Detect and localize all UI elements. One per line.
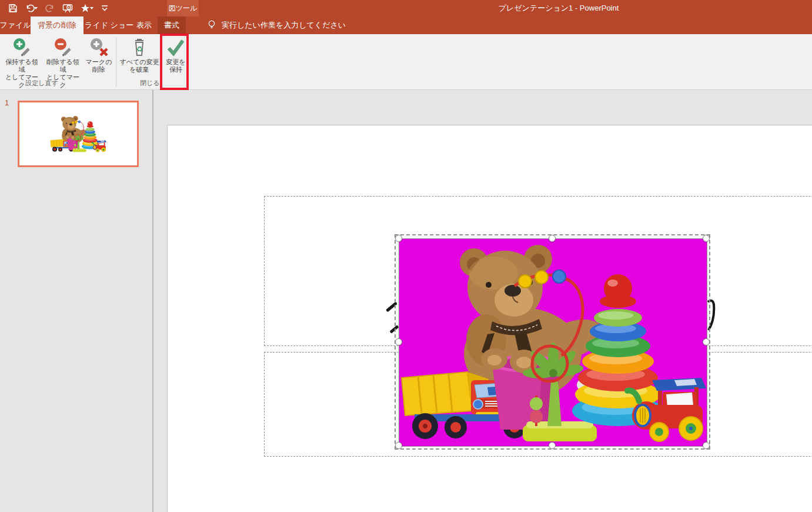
button-label: 保持する領域 xyxy=(2,58,41,74)
discard-all-changes-button[interactable]: ♻ すべての変更 を破棄 xyxy=(119,36,160,74)
slide-surface[interactable] xyxy=(167,125,812,512)
tab-file[interactable]: ファイル xyxy=(0,16,31,34)
resize-handle-middle-right[interactable] xyxy=(703,338,710,345)
resize-handle-bottom-center[interactable] xyxy=(549,442,556,449)
resize-handle-top-center[interactable] xyxy=(549,235,556,242)
delete-mark-button[interactable]: マークの 削除 xyxy=(85,36,113,74)
keep-changes-check-icon xyxy=(162,36,189,57)
group-label-refine: 設定し直す xyxy=(22,79,61,88)
tab-slideshow[interactable]: スライド ショー xyxy=(83,16,127,34)
discard-changes-icon: ♻ xyxy=(119,36,160,57)
customize-quick-access-icon[interactable] xyxy=(101,4,108,12)
keep-changes-button[interactable]: 変更を 保持 xyxy=(162,36,189,74)
slide-thumbnail-panel: 1 xyxy=(0,90,152,512)
picture-tools-label: 図ツール xyxy=(169,4,198,14)
redo-icon[interactable] xyxy=(45,4,55,13)
editing-canvas xyxy=(153,90,812,512)
button-label: 削除する領域 xyxy=(44,58,82,74)
star-icon[interactable] xyxy=(81,4,93,13)
lightbulb-icon xyxy=(207,19,216,32)
slide-1-thumbnail[interactable] xyxy=(18,101,139,167)
group-label-close: 閉じる xyxy=(131,79,169,88)
button-label: 保持 xyxy=(162,66,189,74)
resize-handle-bottom-left[interactable] xyxy=(395,442,402,449)
picture-tools-contextual-header: 図ツール xyxy=(167,0,199,16)
resize-handle-top-right[interactable] xyxy=(703,235,710,242)
resize-handle-top-left[interactable] xyxy=(395,235,402,242)
toys-photo xyxy=(399,239,707,446)
svg-text:♻: ♻ xyxy=(136,45,143,54)
title-bar: 図ツール プレゼンテーション1 - PowerPoint xyxy=(0,0,812,16)
thumbnail-toys-image xyxy=(50,115,106,153)
button-label: 削除 xyxy=(85,66,113,74)
ribbon-group-separator xyxy=(116,36,116,87)
undo-icon[interactable] xyxy=(25,4,38,13)
ribbon: 保持する領域 としてマーク 削除する領域 としてマーク xyxy=(0,34,812,90)
delete-mark-icon xyxy=(85,36,113,57)
quick-access-toolbar xyxy=(8,0,108,16)
button-label: 変更を xyxy=(162,58,189,66)
tell-me-label: 実行したい作業を入力してください xyxy=(222,20,346,31)
tab-view[interactable]: 表示 xyxy=(131,16,158,34)
button-label: すべての変更 xyxy=(119,58,160,66)
powerpoint-window: 図ツール プレゼンテーション1 - PowerPoint ファイル 背景の削除 … xyxy=(0,0,812,512)
selected-picture[interactable] xyxy=(399,238,707,447)
button-label: マークの xyxy=(85,58,113,66)
tab-format[interactable]: 書式 xyxy=(158,16,186,34)
save-icon[interactable] xyxy=(8,4,18,13)
mark-keep-icon xyxy=(2,36,41,57)
ribbon-tab-row: ファイル 背景の削除 スライド ショー 表示 書式 実行したい作業を入力してくだ… xyxy=(0,16,812,34)
resize-handle-middle-left[interactable] xyxy=(395,338,402,345)
tab-background-removal[interactable]: 背景の削除 xyxy=(31,16,83,34)
mark-remove-icon xyxy=(44,36,82,57)
resize-handle-bottom-right[interactable] xyxy=(703,442,710,449)
window-title: プレゼンテーション1 - PowerPoint xyxy=(412,0,706,16)
slideshow-icon[interactable] xyxy=(62,4,73,13)
tell-me-box[interactable]: 実行したい作業を入力してください xyxy=(207,16,346,34)
slide-number: 1 xyxy=(5,98,9,107)
button-label: を破棄 xyxy=(119,66,160,74)
